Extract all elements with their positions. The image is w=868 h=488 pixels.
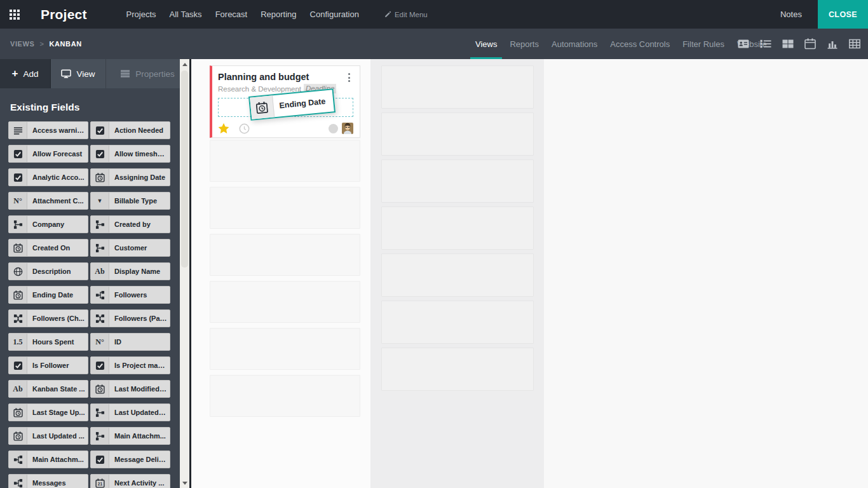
field-button-followers-par[interactable]: Followers (Par... xyxy=(90,309,170,327)
top-menu-item-forecast[interactable]: Forecast xyxy=(215,10,248,19)
empty-avatar-dot xyxy=(329,124,338,133)
field-button-company[interactable]: Company xyxy=(8,215,88,233)
field-button-kanban-state[interactable]: AbKanban State ... xyxy=(8,380,88,398)
field-button-analytic-acco[interactable]: Analytic Acco... xyxy=(8,168,88,186)
star-icon[interactable] xyxy=(218,123,229,134)
field-type-integer-icon: N° xyxy=(91,334,109,350)
tab-reports[interactable]: Reports xyxy=(505,29,544,59)
field-label: Display Name xyxy=(109,268,163,275)
field-button-display-name[interactable]: AbDisplay Name xyxy=(90,262,170,280)
top-navbar: Project ProjectsAll TasksForecastReporti… xyxy=(0,0,868,29)
pivot-view-icon[interactable] xyxy=(846,36,863,52)
field-type-integer-icon: N° xyxy=(9,193,27,209)
field-type-checkbox-icon xyxy=(9,169,27,186)
scroll-up-arrow[interactable] xyxy=(180,59,189,69)
field-button-main-attachm[interactable]: Main Attachm... xyxy=(8,451,88,468)
sidebar-scrollbar[interactable] xyxy=(180,59,189,488)
breadcrumb: VIEWS > KANBAN xyxy=(10,40,82,48)
field-button-attachment-c[interactable]: N°Attachment C... xyxy=(8,192,88,210)
top-menu-item-projects[interactable]: Projects xyxy=(126,10,156,19)
rows-icon xyxy=(120,69,130,79)
field-button-description[interactable]: Description xyxy=(8,262,88,280)
field-type-datetime-icon xyxy=(9,404,27,421)
field-button-is-project-map[interactable]: Is Project map... xyxy=(90,356,170,374)
field-type-checkbox-icon xyxy=(91,146,109,162)
field-button-access-warning[interactable]: Access warning xyxy=(8,121,88,139)
field-button-last-updated[interactable]: Last Updated ... xyxy=(8,427,88,445)
list-view-icon[interactable] xyxy=(757,36,774,52)
tab-access-controls[interactable]: Access Controls xyxy=(605,29,675,59)
activity-clock-icon[interactable] xyxy=(239,123,250,134)
sidebar-tab-add[interactable]: + Add xyxy=(0,59,51,88)
field-button-created-on[interactable]: Created On xyxy=(8,239,88,257)
field-label: Next Activity ... xyxy=(109,479,166,487)
field-button-ending-date[interactable]: Ending Date xyxy=(8,286,88,304)
ghost-card xyxy=(210,281,360,323)
breadcrumb-kanban: KANBAN xyxy=(49,40,81,48)
field-type-selection-icon: ▼ xyxy=(91,193,109,209)
field-type-datetime-icon xyxy=(91,381,109,397)
ghost-card xyxy=(381,348,534,391)
field-button-last-stage-up[interactable]: Last Stage Up... xyxy=(8,403,88,421)
field-button-action-needed[interactable]: Action Needed xyxy=(90,121,170,139)
field-button-hours-spent[interactable]: 1.5Hours Spent xyxy=(8,333,88,351)
field-label: Messages xyxy=(27,479,69,487)
field-button-messages[interactable]: Messages xyxy=(8,474,88,488)
field-button-customer[interactable]: Customer xyxy=(90,239,170,257)
card-subtitle: Research & Development xyxy=(218,85,301,93)
top-menu-item-configuration[interactable]: Configuration xyxy=(310,10,359,19)
field-button-assigning-date[interactable]: Assigning Date xyxy=(90,168,170,186)
ghost-card xyxy=(381,65,534,109)
sidebar-tab-view[interactable]: View xyxy=(51,59,106,88)
field-button-main-attachm[interactable]: Main Attachm... xyxy=(90,427,170,445)
edit-menu-button[interactable]: Edit Menu xyxy=(384,11,428,18)
field-button-is-follower[interactable]: Is Follower xyxy=(8,356,88,374)
field-label: Hours Spent xyxy=(27,338,76,346)
ghost-card xyxy=(210,187,360,229)
top-menu: ProjectsAll TasksForecastReportingConfig… xyxy=(126,10,359,19)
field-type-char-icon: Ab xyxy=(9,381,27,397)
top-menu-item-reporting[interactable]: Reporting xyxy=(261,10,296,19)
graph-view-icon[interactable] xyxy=(824,36,841,52)
field-type-date-icon xyxy=(91,475,109,488)
scroll-down-arrow[interactable] xyxy=(180,478,189,488)
close-studio-button[interactable]: CLOSE xyxy=(818,0,868,29)
field-button-id[interactable]: N°ID xyxy=(90,333,170,351)
form-view-icon[interactable] xyxy=(735,36,752,52)
field-label: Followers xyxy=(109,291,149,299)
kebab-menu-icon[interactable] xyxy=(344,71,353,82)
field-button-message-deliv[interactable]: Message Deliv... xyxy=(90,451,170,468)
top-menu-item-all-tasks[interactable]: All Tasks xyxy=(170,10,202,19)
field-type-m2o-icon xyxy=(91,240,109,256)
notes-button[interactable]: Notes xyxy=(780,10,802,19)
field-button-allow-timeshe[interactable]: Allow timeshe... xyxy=(90,145,170,163)
scrollbar-thumb[interactable] xyxy=(181,71,188,268)
field-type-o2m-icon xyxy=(91,287,109,303)
field-button-created-by[interactable]: Created by xyxy=(90,215,170,233)
kanban-view-icon[interactable] xyxy=(780,36,796,52)
field-label: Last Modified ... xyxy=(109,385,170,393)
tab-filter-rules[interactable]: Filter Rules xyxy=(677,29,729,59)
apps-grid-icon[interactable] xyxy=(0,0,29,29)
field-button-last-updated-by[interactable]: Last Updated by xyxy=(90,403,170,421)
assignee-avatar[interactable] xyxy=(342,123,353,134)
field-label: Ending Date xyxy=(27,291,76,299)
field-button-next-activity[interactable]: Next Activity ... xyxy=(90,474,170,488)
field-button-billable-type[interactable]: ▼Billable Type xyxy=(90,192,170,210)
field-button-followers-ch[interactable]: Followers (Ch... xyxy=(8,309,88,327)
field-label: ID xyxy=(109,338,124,346)
sidebar-tab-properties[interactable]: Properties xyxy=(106,59,189,88)
field-button-allow-forecast[interactable]: Allow Forecast xyxy=(8,145,88,163)
field-button-last-modified[interactable]: Last Modified ... xyxy=(90,380,170,398)
field-type-datetime-icon xyxy=(9,287,27,303)
field-label: Created On xyxy=(27,244,72,252)
calendar-view-icon[interactable] xyxy=(802,36,818,52)
field-type-m2m-icon xyxy=(91,310,109,327)
field-type-checkbox-icon xyxy=(9,146,27,162)
tab-views[interactable]: Views xyxy=(470,29,502,59)
field-type-checkbox-icon xyxy=(91,451,109,468)
breadcrumb-views[interactable]: VIEWS xyxy=(10,40,34,48)
field-button-followers[interactable]: Followers xyxy=(90,286,170,304)
tab-automations[interactable]: Automations xyxy=(546,29,602,59)
field-type-char-icon: Ab xyxy=(91,263,109,280)
